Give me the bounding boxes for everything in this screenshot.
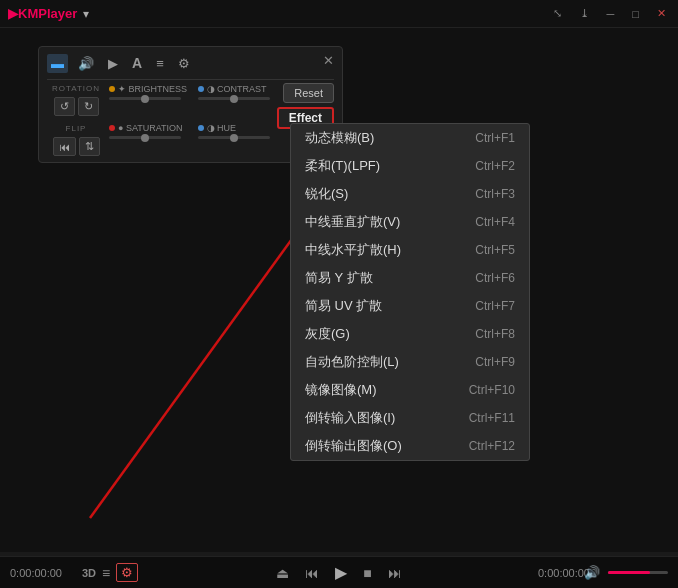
- menu-item-invert-input[interactable]: 倒转输入图像(I) Ctrl+F11: [291, 404, 529, 432]
- bottom-settings-button[interactable]: ⚙: [116, 563, 138, 582]
- menu-item-center-h[interactable]: 中线水平扩散(H) Ctrl+F5: [291, 236, 529, 264]
- titlebar: ▶KMPlayer ▾ ⤡ ⤓ ─ □ ✕: [0, 0, 678, 28]
- menu-item-auto-level[interactable]: 自动色阶控制(L) Ctrl+F9: [291, 348, 529, 376]
- hue-dot: [198, 125, 204, 131]
- menu-item-sharpen[interactable]: 锐化(S) Ctrl+F3: [291, 180, 529, 208]
- menu-item-simple-y[interactable]: 简易 Y 扩散 Ctrl+F6: [291, 264, 529, 292]
- close-button[interactable]: ✕: [653, 5, 670, 22]
- contrast-label: ◑ CONTRAST: [198, 84, 267, 94]
- volume-bar[interactable]: [608, 571, 668, 574]
- flip-v-button[interactable]: ⇅: [79, 137, 100, 156]
- hue-label: ◑ HUE: [198, 123, 237, 133]
- brightness-dot: [109, 86, 115, 92]
- menu-item-grayscale[interactable]: 灰度(G) Ctrl+F8: [291, 320, 529, 348]
- maximize-button[interactable]: □: [628, 6, 643, 22]
- next-button[interactable]: ⏭: [384, 563, 406, 583]
- saturation-slider[interactable]: [109, 136, 181, 139]
- panel-text-icon[interactable]: A: [128, 53, 146, 73]
- titlebar-dropdown-arrow[interactable]: ▾: [83, 7, 89, 21]
- collapse-button[interactable]: ⤓: [576, 5, 593, 22]
- menu-item-motion-blur[interactable]: 动态模糊(B) Ctrl+F1: [291, 124, 529, 152]
- contrast-slider[interactable]: [198, 97, 270, 100]
- brightness-label: ✦ BRIGHTNESS: [109, 84, 187, 94]
- play-button[interactable]: ▶: [331, 561, 351, 584]
- time-elapsed: 0:00:00:00: [10, 567, 70, 579]
- menu-item-invert-output[interactable]: 倒转输出图像(O) Ctrl+F12: [291, 432, 529, 460]
- bottom-bar: 0:00:00:00 3D ≡ ⚙ ⏏ ⏮ ▶ ■ ⏭ 0:00:00:00 🔊: [0, 556, 678, 588]
- menu-item-simple-uv[interactable]: 简易 UV 扩散 Ctrl+F7: [291, 292, 529, 320]
- hue-thumb[interactable]: [230, 134, 238, 142]
- contrast-dot: [198, 86, 204, 92]
- flip-label: FLIP: [47, 124, 105, 133]
- app-logo: ▶KMPlayer: [8, 6, 77, 21]
- rotation-label: ROTATION: [47, 84, 105, 93]
- reset-button[interactable]: Reset: [283, 83, 334, 103]
- titlebar-right: ⤡ ⤓ ─ □ ✕: [549, 5, 670, 22]
- panel-side-controls: ROTATION ↺ ↻ FLIP ⏮ ⇅: [47, 84, 105, 156]
- video-area: k ▬ 🔊 ▶ A ≡ ⚙ ✕ ROTATION ↺ ↻ FLIP ⏮: [0, 28, 678, 556]
- contrast-thumb[interactable]: [230, 95, 238, 103]
- brightness-thumb[interactable]: [141, 95, 149, 103]
- prev-button[interactable]: ⏮: [301, 563, 323, 583]
- eject-button[interactable]: ⏏: [272, 563, 293, 583]
- panel-sliders: ✦ BRIGHTNESS ◑ CONTRAST: [109, 84, 278, 156]
- flip-h-button[interactable]: ⏮: [53, 137, 76, 156]
- bottom-playlist-icon[interactable]: ≡: [102, 565, 110, 581]
- panel-audio-icon[interactable]: 🔊: [74, 54, 98, 73]
- volume-icon[interactable]: 🔊: [584, 565, 600, 580]
- panel-close-button[interactable]: ✕: [323, 53, 334, 68]
- saturation-label: ● SATURATION: [109, 123, 183, 133]
- bottom-right-controls: 🔊: [584, 565, 668, 580]
- titlebar-left: ▶KMPlayer ▾: [8, 6, 89, 21]
- flip-buttons: ⏮ ⇅: [47, 137, 105, 156]
- menu-item-mirror[interactable]: 镜像图像(M) Ctrl+F10: [291, 376, 529, 404]
- panel-top-bar: ▬ 🔊 ▶ A ≡ ⚙ ✕: [47, 53, 334, 80]
- minimize-button[interactable]: ─: [603, 6, 619, 22]
- volume-fill: [608, 571, 650, 574]
- brightness-control: ✦ BRIGHTNESS: [109, 84, 190, 117]
- rotate-cw-button[interactable]: ↻: [78, 97, 99, 116]
- bottom-left-icons: 3D ≡ ⚙: [82, 563, 138, 582]
- saturation-thumb[interactable]: [141, 134, 149, 142]
- svg-line-1: [90, 203, 318, 518]
- panel-settings-icon[interactable]: ⚙: [174, 54, 194, 73]
- pin-button[interactable]: ⤡: [549, 5, 566, 22]
- saturation-dot: [109, 125, 115, 131]
- panel-video-icon[interactable]: ▬: [47, 54, 68, 73]
- panel-playlist-icon[interactable]: ≡: [152, 54, 168, 73]
- effect-dropdown-menu: 动态模糊(B) Ctrl+F1 柔和(T)(LPF) Ctrl+F2 锐化(S)…: [290, 123, 530, 461]
- rotation-buttons: ↺ ↻: [47, 97, 105, 116]
- panel-play-icon[interactable]: ▶: [104, 54, 122, 73]
- menu-item-center-v[interactable]: 中线垂直扩散(V) Ctrl+F4: [291, 208, 529, 236]
- stop-button[interactable]: ■: [359, 563, 375, 583]
- hue-slider[interactable]: [198, 136, 270, 139]
- rotate-ccw-button[interactable]: ↺: [54, 97, 75, 116]
- contrast-control: ◑ CONTRAST: [198, 84, 279, 117]
- menu-item-soft[interactable]: 柔和(T)(LPF) Ctrl+F2: [291, 152, 529, 180]
- 3d-button[interactable]: 3D: [82, 567, 96, 579]
- playback-controls: ⏏ ⏮ ▶ ■ ⏭: [272, 561, 405, 584]
- saturation-control: ● SATURATION: [109, 123, 190, 156]
- hue-control: ◑ HUE: [198, 123, 279, 156]
- brightness-slider[interactable]: [109, 97, 181, 100]
